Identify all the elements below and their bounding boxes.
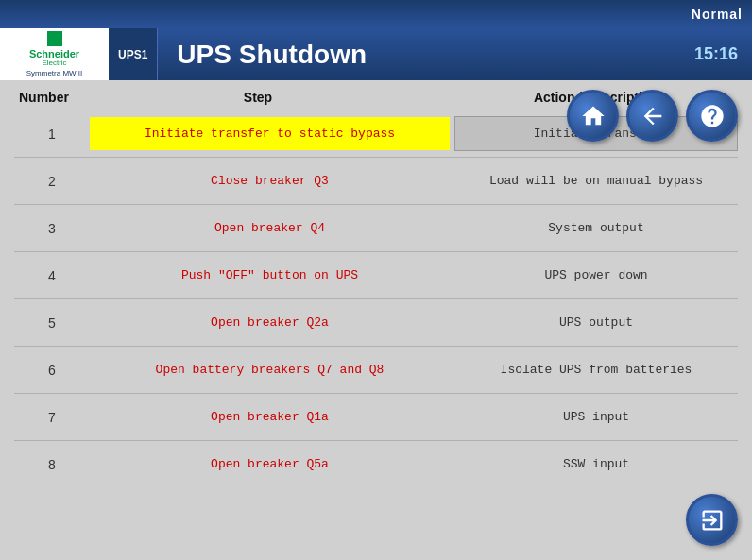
home-icon [580,103,607,129]
col-header-step: Step [90,90,454,105]
help-icon [699,103,726,129]
time-display: 15:16 [694,44,738,64]
exit-button[interactable] [686,494,738,546]
home-button[interactable] [567,90,619,142]
brand-electric: Electric [42,59,66,68]
row-action-6: Isolate UPS from batteries [454,353,738,386]
header: Schneider Electric Symmetra MW II UPS1 U… [0,28,752,80]
row-number-3: 3 [14,221,90,236]
row-number-1: 1 [14,127,90,142]
table-row: 4Push "OFF" button on UPSUPS power down [14,251,738,298]
row-number-4: 4 [14,268,90,283]
row-step-6: Open battery breakers Q7 and Q8 [90,353,450,386]
row-action-7: UPS input [454,400,738,433]
row-action-8: SSW input [454,448,738,481]
back-button[interactable] [626,90,678,142]
row-action-5: UPS output [454,306,738,339]
row-number-6: 6 [14,363,90,378]
table-row: 6Open battery breakers Q7 and Q8Isolate … [14,346,738,393]
page-title: UPS Shutdown [177,40,694,70]
ups-id-label: UPS1 [109,28,158,80]
status-text: Normal [692,7,743,22]
exit-icon [699,507,726,534]
table-row: 8Open breaker Q5aSSW input [14,440,738,487]
top-status-bar: Normal [0,0,752,28]
logo-area: Schneider Electric Symmetra MW II [0,28,109,80]
table-row: 3Open breaker Q4System output [14,204,738,251]
row-action-4: UPS power down [454,259,738,292]
schneider-logo: Schneider Electric Symmetra MW II [4,31,105,78]
row-step-3: Open breaker Q4 [90,212,450,245]
rows-container: 1Initiate transfer to static bypassIniti… [14,110,738,487]
se-green-square [47,31,62,46]
row-step-4: Push "OFF" button on UPS [90,259,450,292]
row-action-3: System output [454,212,738,245]
brand-name: Schneider [29,48,79,59]
row-step-1[interactable]: Initiate transfer to static bypass [90,117,450,150]
row-number-8: 8 [14,457,90,472]
row-number-5: 5 [14,315,90,331]
row-number-7: 7 [14,410,90,425]
row-step-5: Open breaker Q2a [90,306,450,339]
row-action-2: Load will be on manual bypass [454,164,738,197]
back-icon [640,103,666,129]
table-row: 2Close breaker Q3Load will be on manual … [14,157,738,204]
table-row: 7Open breaker Q1aUPS input [14,393,738,440]
row-step-7: Open breaker Q1a [90,400,450,433]
nav-buttons [567,90,738,142]
main-content: Number Step Action / Description 1Initia… [0,80,752,560]
row-step-2: Close breaker Q3 [90,164,450,197]
col-header-number: Number [14,90,90,105]
brand-model: Symmetra MW II [26,69,83,77]
row-number-2: 2 [14,174,90,189]
table-row: 5Open breaker Q2aUPS output [14,298,738,346]
row-step-8: Open breaker Q5a [90,448,450,481]
help-button[interactable] [686,90,738,142]
